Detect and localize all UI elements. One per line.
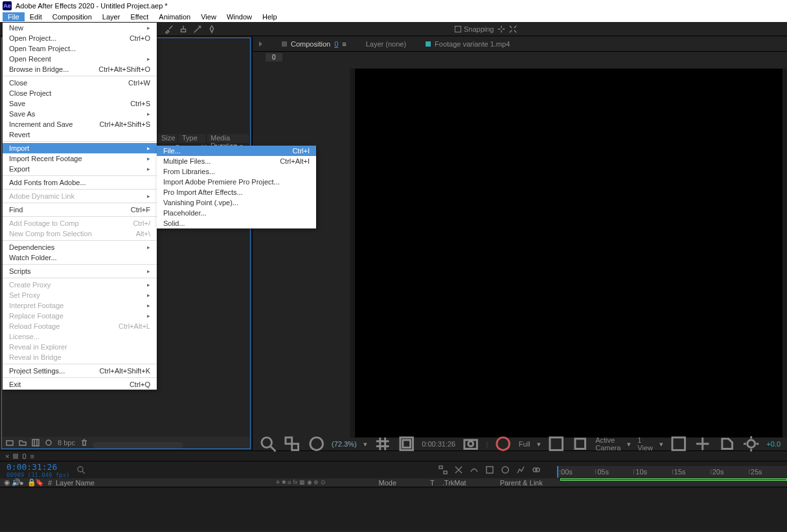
- magnify-icon[interactable]: [259, 435, 277, 452]
- file-menu-item[interactable]: Add Fonts from Adobe...: [3, 177, 157, 188]
- file-menu-item[interactable]: Open Team Project...: [3, 43, 157, 54]
- menu-window[interactable]: Window: [222, 12, 257, 21]
- frame-blend-icon[interactable]: [485, 465, 494, 474]
- menu-view[interactable]: View: [196, 12, 222, 21]
- wand-icon[interactable]: [193, 25, 202, 34]
- current-time[interactable]: 0:00:31:26: [6, 462, 70, 472]
- import-menu-item[interactable]: Solid...: [157, 218, 316, 228]
- file-menu-item[interactable]: Export: [3, 164, 157, 174]
- file-menu-item[interactable]: New: [3, 23, 157, 33]
- motion-blur-icon[interactable]: [501, 465, 510, 474]
- file-menu-item[interactable]: Watch Folder...: [3, 252, 157, 263]
- file-menu-item[interactable]: Save As: [3, 109, 157, 119]
- file-menu-item[interactable]: CloseCtrl+W: [3, 78, 157, 88]
- file-menu-item[interactable]: FindCtrl+F: [3, 205, 157, 215]
- tab-composition[interactable]: Composition 0 ≡: [282, 40, 347, 48]
- safe-icon[interactable]: [398, 435, 415, 452]
- viewer-time[interactable]: 0:00:31:26: [422, 440, 455, 448]
- mask-icon[interactable]: [308, 435, 325, 452]
- import-menu-item[interactable]: From Libraries...: [157, 166, 316, 177]
- close-tab-icon[interactable]: ×: [5, 452, 9, 460]
- grid-icon[interactable]: [374, 435, 391, 452]
- col-size[interactable]: Size: [157, 134, 178, 143]
- menu-effect[interactable]: Effect: [125, 12, 154, 21]
- view-count[interactable]: 1 View: [637, 436, 653, 452]
- fast-icon[interactable]: [694, 435, 711, 452]
- scrollbar[interactable]: [93, 442, 183, 449]
- comp-link[interactable]: 0: [334, 40, 338, 48]
- trash-icon[interactable]: [80, 439, 88, 447]
- comp-flowchart-icon[interactable]: [439, 465, 448, 474]
- exposure-icon[interactable]: [742, 435, 760, 452]
- timeline-tab[interactable]: 0: [22, 452, 26, 460]
- alpha-icon[interactable]: [283, 435, 301, 452]
- file-menu-item[interactable]: Close Project: [3, 88, 157, 98]
- menu-layer[interactable]: Layer: [97, 12, 126, 21]
- snapping-toggle[interactable]: Snapping: [455, 25, 518, 34]
- import-menu-item[interactable]: Import Adobe Premiere Pro Project...: [157, 177, 316, 187]
- snapshot-icon[interactable]: [462, 435, 479, 452]
- tab-footage[interactable]: Footage variante 1.mp4: [426, 40, 510, 48]
- draft3d-icon[interactable]: [454, 465, 463, 474]
- speaker-col-icon[interactable]: 🔊: [8, 478, 16, 487]
- menu-file[interactable]: File: [3, 12, 25, 21]
- bpc-label[interactable]: 8 bpc: [58, 439, 75, 447]
- 3d-icon[interactable]: [718, 435, 736, 452]
- playhead[interactable]: [557, 466, 558, 478]
- col-layer-name[interactable]: Layer Name: [52, 479, 233, 487]
- file-menu-item[interactable]: Increment and SaveCtrl+Alt+Shift+S: [3, 119, 157, 129]
- file-menu-item[interactable]: Browse in Bridge...Ctrl+Alt+Shift+O: [3, 64, 157, 74]
- file-menu-item[interactable]: Import Recent Footage: [3, 153, 157, 164]
- snap-expand-icon[interactable]: [508, 25, 518, 34]
- viewer[interactable]: [350, 69, 787, 438]
- solo-col-icon[interactable]: ●: [16, 479, 23, 487]
- time-ruler[interactable]: :00s 05s 10s 15s 20s 25s: [557, 466, 787, 478]
- file-menu-item[interactable]: Scripts: [3, 266, 157, 276]
- import-menu-item[interactable]: Pro Import After Effects...: [157, 187, 316, 197]
- exposure-value[interactable]: +0.0: [766, 440, 781, 448]
- col-parent[interactable]: Parent & Link: [496, 479, 547, 487]
- brain-icon[interactable]: [532, 465, 541, 474]
- col-t[interactable]: T: [426, 479, 439, 487]
- transparency-icon[interactable]: [547, 435, 565, 452]
- graph-icon[interactable]: [516, 465, 525, 474]
- pixel-icon[interactable]: [670, 435, 687, 452]
- tab-layer[interactable]: Layer (none): [366, 40, 406, 48]
- import-menu-item[interactable]: Vanishing Point (.vpe)...: [157, 197, 316, 208]
- region-icon[interactable]: [571, 435, 589, 452]
- col-mode[interactable]: Mode: [375, 479, 401, 487]
- import-menu-item[interactable]: Placeholder...: [157, 208, 316, 218]
- adjust-icon[interactable]: [45, 439, 52, 447]
- folder-icon[interactable]: [19, 439, 27, 447]
- tab-menu-icon[interactable]: ≡: [30, 452, 34, 460]
- label-col-icon[interactable]: 🔖: [31, 478, 44, 487]
- comp-icon[interactable]: [32, 439, 40, 447]
- pin-icon[interactable]: [207, 25, 216, 34]
- import-menu-item[interactable]: File...Ctrl+I: [157, 146, 316, 156]
- shy-icon[interactable]: [470, 465, 479, 474]
- stamp-icon[interactable]: [179, 25, 188, 34]
- zoom-pct[interactable]: (72.3%): [332, 440, 357, 448]
- camera-select[interactable]: Active Camera: [595, 436, 621, 452]
- col-duration[interactable]: Media Duration: [207, 134, 250, 143]
- snap-opts-icon[interactable]: [497, 25, 506, 34]
- lock-col-icon[interactable]: 🔒: [23, 478, 31, 487]
- file-menu-item[interactable]: ExitCtrl+Q: [3, 379, 157, 390]
- file-menu-item[interactable]: SaveCtrl+S: [3, 98, 157, 109]
- search-icon[interactable]: [76, 465, 86, 474]
- menu-animation[interactable]: Animation: [154, 12, 196, 21]
- import-menu-item[interactable]: Multiple Files...Ctrl+Alt+I: [157, 156, 316, 166]
- channel-icon[interactable]: [494, 435, 512, 452]
- breadcrumb-item[interactable]: 0: [266, 53, 282, 61]
- menu-edit[interactable]: Edit: [25, 12, 47, 21]
- menu-composition[interactable]: Composition: [47, 12, 97, 21]
- nav-arrow-icon[interactable]: [259, 41, 262, 47]
- tab-menu-icon[interactable]: ≡: [342, 40, 346, 48]
- eye-col-icon[interactable]: ◉: [0, 478, 8, 487]
- interpret-icon[interactable]: [6, 439, 14, 447]
- col-trkmat[interactable]: .TrkMat: [439, 479, 470, 487]
- brush-icon[interactable]: [165, 25, 174, 34]
- col-type[interactable]: Type: [178, 134, 207, 143]
- file-menu-item[interactable]: Open Recent: [3, 54, 157, 64]
- file-menu-item[interactable]: Import: [3, 143, 157, 153]
